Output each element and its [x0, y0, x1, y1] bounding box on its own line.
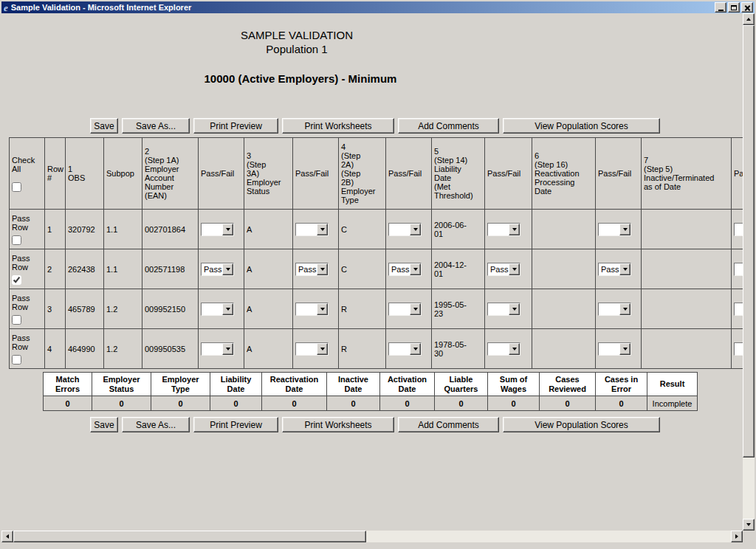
pass-fail-select[interactable] — [295, 223, 329, 236]
column-header-pass-fail: Pass/Fail — [199, 138, 244, 210]
chevron-down-icon[interactable] — [509, 224, 520, 235]
save-button[interactable]: Save — [90, 118, 118, 134]
pass-fail-select[interactable] — [388, 342, 422, 356]
add-comments-button[interactable]: Add Comments — [398, 417, 499, 432]
print-preview-button[interactable]: Print Preview — [193, 118, 278, 134]
pass-fail-cell — [732, 210, 743, 249]
obs-cell: 262438 — [66, 249, 104, 289]
liability-date-value: 1978-05-30 — [434, 340, 474, 358]
chevron-down-icon[interactable] — [410, 224, 421, 235]
pass-fail-select[interactable] — [734, 303, 743, 316]
pass-fail-select[interactable]: Pass — [487, 263, 520, 276]
pass-fail-cell — [199, 289, 244, 329]
chevron-down-icon[interactable] — [619, 224, 630, 235]
chevron-down-icon[interactable] — [222, 303, 233, 315]
pass-row-checkbox[interactable] — [12, 275, 21, 285]
chevron-down-icon[interactable] — [410, 263, 421, 275]
pass-fail-select[interactable]: Pass — [388, 263, 422, 276]
pass-row-checkbox[interactable] — [12, 315, 21, 325]
column-header-row-number: Row # — [45, 138, 66, 210]
pass-fail-select[interactable] — [598, 223, 631, 236]
subpop-cell: 1.1 — [104, 249, 142, 289]
print-worksheets-button[interactable]: Print Worksheets — [282, 118, 394, 134]
chevron-down-icon[interactable] — [317, 303, 328, 315]
pass-fail-select[interactable] — [598, 303, 631, 316]
pass-fail-select[interactable] — [487, 223, 520, 236]
minimize-button[interactable] — [715, 2, 726, 13]
column-header-employer-type: 4 (Step 2A) (Step 2B) Employer Type — [339, 138, 386, 210]
view-population-scores-button[interactable]: View Population Scores — [503, 417, 660, 432]
chevron-down-icon[interactable] — [619, 263, 630, 275]
column-header-check-all: Check All — [10, 138, 45, 210]
pass-fail-cell — [485, 329, 532, 369]
chevron-down-icon[interactable] — [619, 303, 630, 315]
scroll-right-button[interactable] — [731, 531, 743, 542]
pass-fail-select[interactable] — [201, 342, 234, 356]
minimize-icon — [718, 10, 724, 11]
pass-fail-select[interactable] — [388, 223, 422, 236]
page-title-line2: Population 1 — [1, 42, 592, 56]
pass-fail-select[interactable] — [487, 342, 520, 356]
column-header-pass-fail: Pass/Fail — [386, 138, 432, 210]
scroll-down-button[interactable] — [743, 519, 755, 531]
inactive-date-cell — [642, 329, 732, 369]
validation-table: Check All Row # 1 OBS Subpop 2 (Step 1A)… — [9, 137, 743, 369]
pass-fail-value — [599, 224, 619, 235]
chevron-down-icon[interactable] — [410, 343, 421, 355]
summary-value: 0 — [92, 396, 151, 411]
maximize-button[interactable] — [728, 2, 740, 13]
add-comments-button[interactable]: Add Comments — [398, 118, 499, 134]
pass-fail-select[interactable]: Pass — [598, 263, 631, 276]
pass-fail-value — [389, 224, 410, 235]
print-preview-button[interactable]: Print Preview — [193, 417, 278, 432]
close-button[interactable] — [741, 2, 753, 13]
chevron-down-icon[interactable] — [509, 303, 520, 315]
pass-fail-cell — [596, 210, 642, 249]
pass-fail-select[interactable] — [201, 223, 234, 236]
chevron-down-icon[interactable] — [222, 263, 233, 275]
inactive-date-cell — [642, 249, 732, 289]
save-as-button[interactable]: Save As... — [122, 417, 190, 432]
print-worksheets-button[interactable]: Print Worksheets — [282, 417, 394, 432]
chevron-down-icon[interactable] — [509, 263, 520, 275]
pass-fail-select[interactable] — [201, 303, 234, 316]
chevron-down-icon[interactable] — [222, 343, 233, 355]
pass-fail-select[interactable] — [734, 263, 743, 276]
chevron-down-icon[interactable] — [619, 343, 630, 355]
window-controls — [713, 2, 753, 13]
scroll-left-button[interactable] — [1, 531, 13, 542]
save-as-button[interactable]: Save As... — [122, 118, 190, 134]
summary-header-row: Match Errors Employer Status Employer Ty… — [44, 373, 698, 396]
chevron-down-icon[interactable] — [317, 224, 328, 235]
chevron-down-icon[interactable] — [317, 343, 328, 355]
pass-fail-select[interactable] — [388, 303, 422, 316]
chevron-down-icon[interactable] — [509, 343, 520, 355]
horizontal-scrollbar[interactable] — [1, 531, 743, 542]
chevron-down-icon[interactable] — [317, 263, 328, 275]
employer-status-cell: A — [244, 289, 293, 329]
pass-fail-select[interactable] — [598, 342, 631, 356]
horizontal-scroll-thumb[interactable] — [13, 531, 366, 542]
title-bar[interactable]: e Sample Validation - Microsoft Internet… — [1, 1, 755, 13]
column-header-subpop: Subpop — [104, 138, 142, 210]
chevron-down-icon[interactable] — [410, 303, 421, 315]
scroll-up-button[interactable] — [743, 13, 755, 25]
pass-fail-select[interactable] — [295, 342, 329, 356]
view-population-scores-button[interactable]: View Population Scores — [503, 118, 660, 134]
pass-fail-select[interactable] — [734, 342, 743, 356]
pass-fail-value — [735, 303, 743, 315]
pass-fail-select[interactable] — [295, 303, 329, 316]
pass-fail-select[interactable]: Pass — [201, 263, 234, 276]
pass-fail-select[interactable] — [734, 223, 743, 236]
vertical-scroll-thumb[interactable] — [743, 25, 755, 458]
summary-column-header: Sum of Wages — [488, 373, 540, 396]
pass-fail-select[interactable]: Pass — [295, 263, 329, 276]
pass-fail-select[interactable] — [487, 303, 520, 316]
pass-row-checkbox[interactable] — [12, 355, 21, 365]
vertical-scrollbar[interactable] — [743, 13, 755, 531]
save-button[interactable]: Save — [90, 417, 118, 432]
pass-row-checkbox[interactable] — [12, 235, 21, 245]
check-all-checkbox[interactable] — [12, 182, 21, 192]
chevron-down-icon[interactable] — [222, 224, 233, 235]
pass-fail-cell — [293, 210, 339, 249]
